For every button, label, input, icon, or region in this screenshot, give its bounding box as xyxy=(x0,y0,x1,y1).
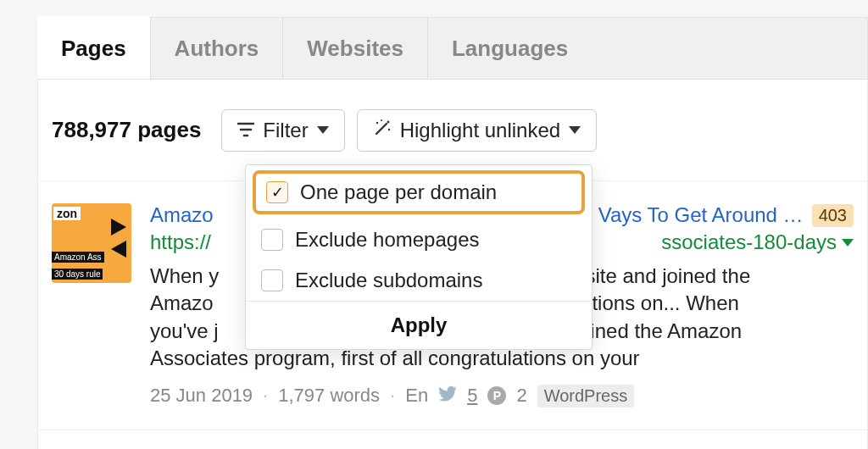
status-badge: 403 xyxy=(812,204,854,227)
filter-button-label: Filter xyxy=(263,119,308,142)
highlight-button-label: Highlight unlinked xyxy=(400,119,560,142)
filter-popover: ✓ One page per domain Exclude homepages … xyxy=(245,164,593,350)
magic-wand-icon xyxy=(373,119,392,142)
filter-icon xyxy=(237,119,254,142)
result-url-suffix[interactable]: ssociates-180-days xyxy=(661,230,837,254)
tabs-bar: Pages Authors Websites Languages xyxy=(37,17,868,80)
chevron-down-icon xyxy=(569,126,581,134)
thumb-text: zon xyxy=(53,207,81,220)
result-meta: 25 Jun 2019 · 1,797 words · En 5 P 2 Wor… xyxy=(150,385,854,407)
chevron-down-icon xyxy=(317,126,329,134)
filter-option-exclude-homepages[interactable]: Exclude homepages xyxy=(246,219,592,260)
svg-point-1 xyxy=(376,121,378,123)
svg-point-3 xyxy=(381,119,382,121)
platform-tag: WordPress xyxy=(537,385,635,407)
svg-point-0 xyxy=(387,120,389,123)
filter-option-label: Exclude subdomains xyxy=(295,269,482,292)
pinterest-icon[interactable]: P xyxy=(487,386,506,405)
content-area: 788,977 pages Filter Highlight unlinked … xyxy=(37,80,868,449)
tab-websites[interactable]: Websites xyxy=(283,18,428,79)
result-url[interactable]: https:// xyxy=(150,230,211,254)
result-title-suffix[interactable]: Vays To Get Around … xyxy=(598,203,804,227)
toolbar: 788,977 pages Filter Highlight unlinked … xyxy=(38,80,867,181)
filter-option-label: One page per domain xyxy=(300,180,497,204)
checkbox-checked-icon: ✓ xyxy=(266,181,288,203)
separator-dot: · xyxy=(263,385,268,407)
checkbox-icon xyxy=(261,229,283,251)
result-count: 788,977 pages xyxy=(52,117,201,143)
tab-authors[interactable]: Authors xyxy=(151,18,284,79)
filter-option-one-per-domain[interactable]: ✓ One page per domain xyxy=(253,170,585,214)
arrow-left-icon xyxy=(111,241,126,258)
svg-point-2 xyxy=(388,128,390,130)
result-language: En xyxy=(405,385,428,407)
result-date: 25 Jun 2019 xyxy=(150,385,253,407)
highlight-unlinked-button[interactable]: Highlight unlinked xyxy=(357,109,597,152)
thumb-text: 30 days rule xyxy=(52,269,103,280)
separator-dot: · xyxy=(390,385,395,407)
apply-button[interactable]: Apply xyxy=(246,301,592,349)
filter-option-exclude-subdomains[interactable]: Exclude subdomains xyxy=(246,260,592,301)
result-title-link[interactable]: Amazo xyxy=(150,203,214,227)
twitter-count[interactable]: 5 xyxy=(467,385,477,407)
thumb-text: Amazon Ass xyxy=(52,252,104,263)
checkbox-icon xyxy=(261,269,283,291)
filter-option-label: Exclude homepages xyxy=(295,228,479,252)
arrow-right-icon xyxy=(111,219,126,236)
result-wordcount: 1,797 words xyxy=(278,385,380,407)
twitter-icon[interactable] xyxy=(438,385,457,407)
filter-button[interactable]: Filter xyxy=(221,109,344,152)
result-thumbnail[interactable]: zon Amazon Ass 30 days rule xyxy=(52,203,131,283)
pinterest-count[interactable]: 2 xyxy=(516,385,526,407)
chevron-down-icon[interactable] xyxy=(842,239,854,247)
tab-pages[interactable]: Pages xyxy=(37,16,151,79)
tab-languages[interactable]: Languages xyxy=(428,18,592,79)
